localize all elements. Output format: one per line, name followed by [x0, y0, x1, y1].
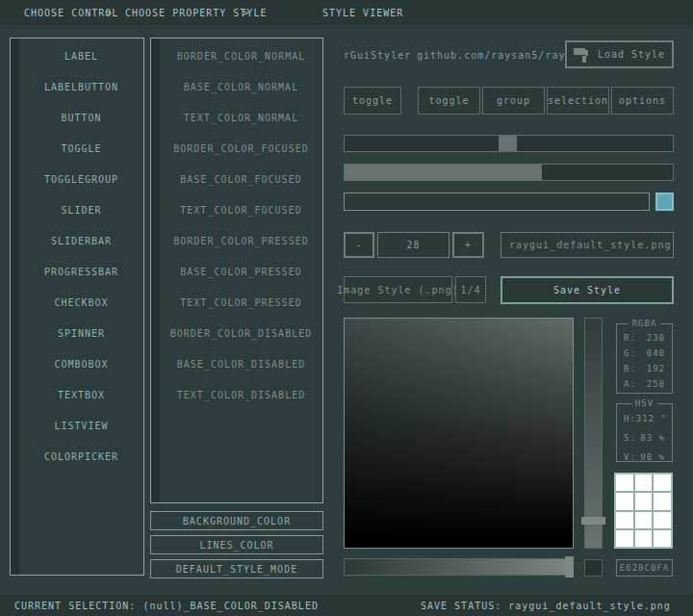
load-style-button[interactable]: Load Style — [565, 40, 674, 68]
lines-color-button[interactable]: LINES_COLOR — [150, 535, 323, 554]
breadcrumb-style-viewer: STYLE VIEWER — [322, 8, 403, 18]
properties-list-scrollbar[interactable] — [151, 38, 160, 502]
alpha-slider[interactable] — [344, 558, 574, 576]
control-item-combobox[interactable]: COMBOBOX — [19, 348, 143, 379]
rgba-groupbox: RGBA R:230 G:040 B:192 A:250 — [616, 323, 673, 394]
control-item-checkbox[interactable]: CHECKBOX — [19, 287, 143, 318]
property-item-text-color-disabled[interactable]: TEXT_COLOR_DISABLED — [160, 379, 322, 410]
rgba-row-g: G:040 — [617, 348, 672, 358]
hsv-row-v: V:90 % — [617, 452, 672, 462]
slider[interactable] — [344, 135, 674, 152]
spinner-decrement-button[interactable]: - — [344, 232, 374, 258]
chevron-right-icon: > — [106, 8, 113, 18]
hsv-row-h: H:312 ° — [617, 414, 672, 424]
control-item-togglegroup[interactable]: TOGGLEGROUP — [19, 164, 143, 194]
control-item-textbox[interactable]: TEXTBOX — [19, 379, 143, 410]
property-item-text-color-normal[interactable]: TEXT_COLOR_NORMAL — [160, 102, 322, 133]
rguistyler-window: CHOOSE CONTROL > CHOOSE PROPERTY STYLE >… — [0, 0, 693, 616]
load-style-label: Load Style — [598, 49, 665, 60]
control-item-sliderbar[interactable]: SLIDERBAR — [19, 225, 143, 256]
properties-list-panel: BORDER_COLOR_NORMAL BASE_COLOR_NORMAL TE… — [150, 38, 323, 503]
control-item-spinner[interactable]: SPINNER — [19, 318, 143, 348]
hue-slider-handle[interactable] — [581, 517, 605, 525]
image-style-button[interactable]: Image Style (.png) — [344, 276, 452, 303]
save-status: SAVE STATUS: raygui_default_style.png — [421, 601, 671, 611]
rgba-title: RGBA — [629, 319, 661, 328]
property-item-border-color-normal[interactable]: BORDER_COLOR_NORMAL — [160, 40, 322, 71]
control-item-progressbar[interactable]: PROGRESSBAR — [19, 256, 143, 287]
property-item-base-color-disabled[interactable]: BASE_COLOR_DISABLED — [160, 348, 322, 379]
control-item-button[interactable]: BUTTON — [19, 102, 143, 133]
hue-slider[interactable] — [584, 318, 603, 549]
control-item-label[interactable]: LABEL — [19, 40, 143, 71]
control-item-listview[interactable]: LISTVIEW — [19, 410, 143, 441]
texture-toggle-box[interactable] — [584, 559, 603, 577]
background-color-button[interactable]: BACKGROUND_COLOR — [150, 511, 323, 530]
rgba-row-a: A:250 — [617, 379, 672, 389]
paint-roller-icon — [574, 47, 591, 63]
control-item-toggle[interactable]: TOGGLE — [19, 133, 143, 164]
controls-list-scrollbar[interactable] — [11, 38, 19, 575]
property-item-border-color-pressed[interactable]: BORDER_COLOR_PRESSED — [160, 225, 322, 256]
current-selection-status: CURRENT SELECTION: (null)_BASE_COLOR_DIS… — [14, 601, 319, 611]
properties-list: BORDER_COLOR_NORMAL BASE_COLOR_NORMAL TE… — [160, 40, 322, 410]
hsv-row-s: S:83 % — [617, 433, 672, 443]
controls-list-panel: LABEL LABELBUTTON BUTTON TOGGLE TOGGLEGR… — [10, 38, 144, 576]
toggle-group-item-toggle[interactable]: toggle — [418, 87, 480, 115]
property-item-text-color-pressed[interactable]: TEXT_COLOR_PRESSED — [160, 287, 322, 318]
rgba-row-r: R:230 — [617, 333, 672, 343]
property-item-base-color-focused[interactable]: BASE_COLOR_FOCUSED — [160, 164, 322, 194]
save-style-button[interactable]: Save Style — [500, 276, 674, 304]
status-bar: CURRENT SELECTION: (null)_BASE_COLOR_DIS… — [0, 595, 693, 616]
toggle-group-item-options[interactable]: options — [611, 87, 674, 115]
app-name-label: rGuiStyler — [344, 50, 411, 61]
hsv-groupbox: HSV H:312 ° S:83 % V:90 % — [616, 403, 673, 462]
toggle-single[interactable]: toggle — [344, 87, 401, 115]
breadcrumb-bar: CHOOSE CONTROL > CHOOSE PROPERTY STYLE >… — [0, 0, 693, 25]
property-item-base-color-pressed[interactable]: BASE_COLOR_PRESSED — [160, 256, 322, 287]
toggle-group-item-selection[interactable]: selection — [547, 87, 609, 115]
filename-input[interactable]: raygui_default_style.png — [500, 232, 674, 258]
property-item-base-color-normal[interactable]: BASE_COLOR_NORMAL — [160, 71, 322, 102]
color-preview-grid — [614, 473, 673, 549]
chevron-right-icon: > — [243, 8, 249, 18]
checkbox[interactable] — [655, 192, 674, 211]
ratio-button[interactable]: 1/4 — [455, 276, 486, 303]
property-item-text-color-focused[interactable]: TEXT_COLOR_FOCUSED — [160, 194, 322, 225]
control-item-labelbutton[interactable]: LABELBUTTON — [19, 71, 143, 102]
color-picker-area[interactable] — [344, 318, 574, 549]
repo-link[interactable]: github.com/raysan5/raygui — [417, 50, 586, 61]
control-item-colorpicker[interactable]: COLORPICKER — [19, 441, 143, 472]
default-style-mode-button[interactable]: DEFAULT_STYLE_MODE — [150, 559, 323, 578]
slider-bar[interactable] — [344, 164, 674, 181]
hsv-title: HSV — [631, 398, 657, 408]
text-input[interactable] — [344, 192, 650, 211]
hex-value-box[interactable]: E628C0FA — [616, 559, 673, 577]
controls-list: LABEL LABELBUTTON BUTTON TOGGLE TOGGLEGR… — [19, 40, 143, 472]
control-item-slider[interactable]: SLIDER — [19, 194, 143, 225]
slider-handle[interactable] — [499, 136, 517, 151]
rgba-row-b: B:192 — [617, 364, 672, 373]
spinner-increment-button[interactable]: + — [452, 232, 484, 258]
breadcrumb-choose-control: CHOOSE CONTROL — [24, 8, 118, 18]
property-item-border-color-disabled[interactable]: BORDER_COLOR_DISABLED — [160, 318, 322, 348]
slider-bar-fill — [345, 165, 542, 180]
toggle-group-item-group[interactable]: group — [482, 87, 545, 115]
spinner-value[interactable]: 28 — [377, 232, 449, 258]
property-item-border-color-focused[interactable]: BORDER_COLOR_FOCUSED — [160, 133, 322, 164]
alpha-slider-handle[interactable] — [565, 556, 574, 578]
